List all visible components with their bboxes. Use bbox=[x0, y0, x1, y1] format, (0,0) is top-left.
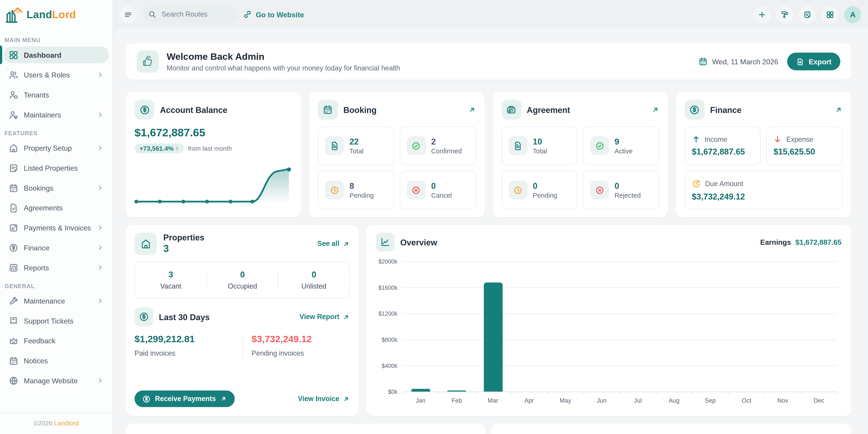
x-axis-tick bbox=[728, 392, 729, 394]
avatar[interactable]: A bbox=[844, 6, 861, 23]
theme-button[interactable] bbox=[776, 6, 793, 23]
sidebar-item-tenants[interactable]: Tenants bbox=[3, 86, 109, 103]
see-all-link[interactable]: See all bbox=[317, 240, 350, 248]
pending-invoices-label: Pending invoices bbox=[252, 349, 350, 357]
card-title: Finance bbox=[710, 105, 742, 114]
gridline bbox=[402, 287, 837, 288]
copyright-brand: Landlord bbox=[54, 420, 79, 427]
y-axis-label: $1600k bbox=[378, 284, 397, 291]
agreement-stats: 10Total9Active0Pending0Rejected bbox=[501, 126, 659, 209]
x-axis-label: Jan bbox=[415, 397, 425, 404]
sidebar-item-property-setup[interactable]: Property Setup bbox=[3, 140, 109, 156]
notepad-icon bbox=[803, 10, 812, 19]
sidebar-item-listed-properties[interactable]: Listed Properties bbox=[3, 160, 109, 176]
stat-label: Cancel bbox=[431, 191, 452, 199]
stat-value: 0 bbox=[278, 270, 349, 279]
pending-invoices-block: $3,732,249.12 Pending invoices bbox=[242, 334, 350, 357]
x-axis-tick bbox=[801, 392, 801, 394]
expense-tile: Expense $15,625.50 bbox=[766, 126, 842, 165]
second-row: Properties 3 See all 3Vacant0Occupied0Un… bbox=[126, 225, 851, 416]
receive-payments-button[interactable]: Receive Payments bbox=[134, 390, 235, 407]
sidebar-item-payments-invoices[interactable]: Payments & Invoices bbox=[3, 219, 109, 236]
stat-label: Total bbox=[349, 147, 364, 155]
x-axis-label: Jun bbox=[597, 397, 607, 404]
stat-label: Unlisted bbox=[278, 283, 349, 290]
open-finance-arrow[interactable] bbox=[835, 106, 843, 114]
x-axis-tick bbox=[692, 392, 693, 394]
change-badge: +73,561.4% ↑ bbox=[134, 143, 184, 153]
bottom-right-card bbox=[491, 424, 851, 434]
stat-tile-total: 22Total bbox=[318, 126, 394, 165]
maintenance-icon bbox=[9, 296, 18, 306]
y-axis-label: $0k bbox=[388, 388, 397, 395]
card-title: Account Balance bbox=[160, 105, 227, 114]
view-report-link[interactable]: View Report bbox=[300, 313, 350, 321]
dollar-circle-icon bbox=[134, 308, 153, 326]
date-display: Wed, 11 March 2026 bbox=[699, 57, 778, 66]
menu-toggle-button[interactable] bbox=[120, 6, 137, 23]
users-roles-icon bbox=[9, 70, 18, 79]
expense-amount: $15,625.50 bbox=[774, 147, 835, 156]
sidebar-item-support-tickets[interactable]: Support Tickets bbox=[3, 313, 109, 329]
search-input[interactable] bbox=[161, 10, 231, 19]
chart-icon bbox=[376, 233, 395, 252]
sidebar-item-bookings[interactable]: Bookings bbox=[3, 179, 109, 196]
arrow-up-icon bbox=[692, 135, 700, 144]
stat-tile-active: 9Active bbox=[583, 126, 659, 165]
pending-invoices-amount: $3,732,249.12 bbox=[252, 334, 350, 345]
sidebar-item-notices[interactable]: Notices bbox=[3, 352, 109, 369]
logo[interactable]: LandLord bbox=[0, 0, 113, 30]
x-axis-tick bbox=[511, 392, 512, 394]
property-stat-unlisted: 0Unlisted bbox=[278, 270, 349, 290]
sidebar-item-users-roles[interactable]: Users & Roles bbox=[3, 66, 109, 83]
sidebar-item-feedback[interactable]: Feedback bbox=[3, 332, 109, 349]
bar-mar bbox=[484, 283, 502, 392]
gridline bbox=[402, 366, 837, 366]
apps-button[interactable] bbox=[822, 6, 839, 23]
bottom-row bbox=[126, 424, 851, 434]
finance-card: Finance Income $1,672,887.65 bbox=[676, 92, 851, 217]
add-button[interactable] bbox=[753, 6, 771, 23]
stat-label: Occupied bbox=[207, 283, 278, 290]
stat-value: 0 bbox=[533, 181, 557, 190]
agreement-icon bbox=[501, 100, 521, 120]
sidebar-item-manage-website[interactable]: Manage Website bbox=[3, 372, 109, 389]
sidebar-item-maintainers[interactable]: Maintainers bbox=[3, 106, 109, 123]
x-axis-tick bbox=[656, 392, 656, 394]
go-to-website-link[interactable]: Go to Website bbox=[243, 10, 304, 19]
y-axis-label: $2000k bbox=[378, 258, 397, 265]
sidebar-footer: ©2026 Landlord bbox=[0, 413, 113, 434]
sidebar-item-reports[interactable]: Reports bbox=[3, 259, 109, 276]
stat-value: 22 bbox=[349, 137, 364, 146]
hamburger-icon bbox=[124, 10, 132, 19]
chevron-right-icon bbox=[97, 297, 103, 304]
view-invoice-link[interactable]: View Invoice bbox=[298, 395, 350, 403]
properties-stats: 3Vacant0Occupied0Unlisted bbox=[134, 262, 350, 298]
open-booking-arrow[interactable] bbox=[468, 106, 476, 114]
stat-value: 9 bbox=[615, 137, 633, 146]
reports-icon bbox=[9, 263, 18, 272]
sidebar-item-agreements[interactable]: Agreements bbox=[3, 200, 109, 216]
sidebar-item-maintenance[interactable]: Maintenance bbox=[3, 292, 109, 309]
chevron-right-icon bbox=[97, 111, 103, 118]
x-axis-tick bbox=[620, 392, 620, 394]
export-icon bbox=[796, 57, 804, 66]
booking-card: Booking 22Total2Confirmed8Pending0Cancel bbox=[309, 92, 485, 217]
due-amount-tile: Due Amount $3,732,249.12 bbox=[685, 171, 843, 209]
sidebar-item-finance[interactable]: Finance bbox=[3, 239, 109, 256]
stat-tile-pending: 0Pending bbox=[501, 171, 577, 209]
income-amount: $1,672,887.65 bbox=[692, 147, 753, 156]
export-button[interactable]: Export bbox=[787, 53, 840, 70]
sidebar-menu: MAIN MENUDashboardUsers & RolesTenantsMa… bbox=[0, 30, 113, 392]
check-circle-icon bbox=[407, 136, 426, 155]
account-balance-amount: $1,672,887.65 bbox=[134, 126, 292, 139]
gridline bbox=[402, 262, 837, 262]
bar-feb bbox=[447, 390, 466, 392]
notes-button[interactable] bbox=[799, 6, 816, 23]
open-agreement-arrow[interactable] bbox=[651, 106, 659, 114]
sidebar-item-dashboard[interactable]: Dashboard bbox=[3, 47, 109, 63]
y-axis-label: $800k bbox=[381, 336, 397, 343]
home-icon bbox=[134, 233, 157, 255]
chevron-right-icon bbox=[97, 71, 103, 78]
properties-count: 3 bbox=[163, 243, 205, 255]
